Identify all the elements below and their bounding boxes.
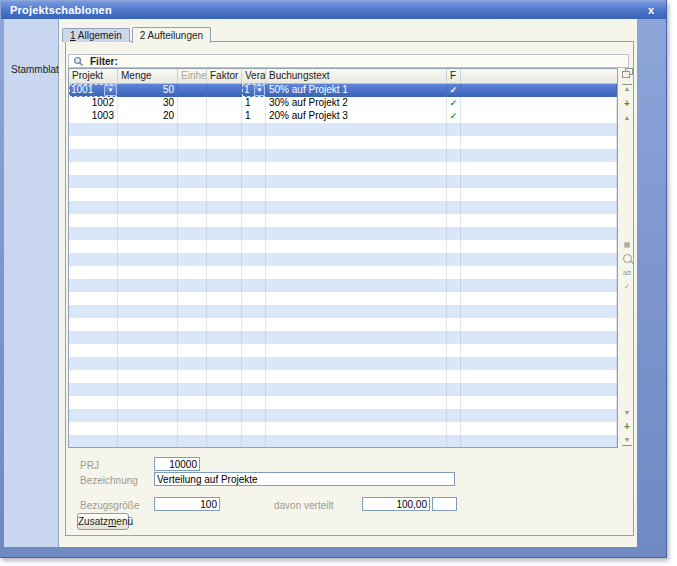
grid-empty-row[interactable] (69, 331, 617, 344)
column-header-faktor[interactable]: Faktor (207, 69, 242, 83)
grid-cell-vera-editor[interactable]: 1 ▼ (242, 84, 266, 97)
grid-empty-cell (266, 383, 447, 396)
close-icon[interactable]: x (645, 4, 657, 16)
grid-empty-row[interactable] (69, 370, 617, 383)
column-header-menge[interactable]: Menge (118, 69, 178, 83)
grid-empty-row[interactable] (69, 266, 617, 279)
grid-empty-row[interactable] (69, 292, 617, 305)
grid-empty-row[interactable] (69, 396, 617, 409)
grid-empty-row[interactable] (69, 136, 617, 149)
bezugsgroesse-field[interactable] (154, 497, 220, 511)
grid-cell-vera[interactable]: 1 (242, 97, 266, 110)
grid-empty-row[interactable] (69, 123, 617, 136)
grid-cell-buchungstext[interactable]: 20% auf Projekt 3 (266, 110, 447, 123)
grid-empty-cell (242, 253, 266, 266)
vera-dropdown-icon[interactable]: ▼ (254, 85, 265, 96)
scroll-first-icon[interactable]: ▲ (622, 84, 632, 94)
grid-cell-checkmark-icon[interactable]: ✓ (447, 110, 461, 123)
grid-empty-cell (242, 305, 266, 318)
grid-cell-einheit[interactable] (178, 97, 207, 110)
grid-cell-projekt[interactable]: 1002 (69, 97, 118, 110)
grid-cell-buchungstext[interactable]: 50% auf Projekt 1 (266, 84, 447, 97)
grid-empty-row[interactable] (69, 357, 617, 370)
grid-cell-buchungstext[interactable]: 30% auf Projekt 2 (266, 97, 447, 110)
tab-aufteilungen[interactable]: 2 Aufteilungen (132, 27, 211, 43)
grid-cell-menge[interactable]: 20 (118, 110, 178, 123)
grid-empty-row[interactable] (69, 227, 617, 240)
sidebar-item-stammblatt[interactable]: Stammblatt (4, 63, 58, 76)
grid-cell-vera[interactable]: 1 (242, 110, 266, 123)
grid-empty-cell (118, 253, 178, 266)
grid-row[interactable]: 1003 20 1 20% auf Projekt 3 ✓ (69, 110, 617, 123)
grid-empty-row[interactable] (69, 279, 617, 292)
edit-text-icon[interactable]: ab (622, 268, 632, 277)
scroll-last-icon[interactable]: ▼ (622, 436, 632, 446)
grid-cell-projekt-editor[interactable]: 1001 ▼ (69, 84, 118, 97)
grid-layout-icon[interactable] (622, 68, 633, 78)
grid-empty-row[interactable] (69, 422, 617, 435)
grid-empty-row[interactable] (69, 240, 617, 253)
grid-cell-faktor[interactable] (207, 110, 242, 123)
bezeichnung-field[interactable] (154, 472, 455, 486)
grid-empty-cell (207, 370, 242, 383)
grid-empty-row[interactable] (69, 305, 617, 318)
client-area: 1 Allgemein 2 Aufteilungen Filter: Proje… (59, 19, 637, 547)
grid-cell-faktor[interactable] (207, 97, 242, 110)
scroll-up-icon[interactable]: ▲ (622, 113, 632, 122)
projektschablonen-window: Projektschablonen x Stammblatt 1 Allgeme… (0, 0, 667, 558)
filter-bar[interactable]: Filter: (68, 54, 629, 68)
grid-empty-row[interactable] (69, 214, 617, 227)
scroll-down-icon[interactable]: ▼ (622, 408, 632, 417)
grid-empty-cell (447, 240, 461, 253)
grid-empty-row[interactable] (69, 253, 617, 266)
insert-row-icon[interactable]: + (622, 99, 632, 108)
grid-empty-row[interactable] (69, 162, 617, 175)
column-header-buchungstext[interactable]: Buchungstext (266, 69, 447, 83)
grid-empty-row[interactable] (69, 409, 617, 422)
column-header-vera[interactable]: Vera (242, 69, 266, 83)
zusatzmenu-button[interactable]: Zusatzmenü (77, 513, 129, 530)
grid-cell-menge[interactable]: 30 (118, 97, 178, 110)
column-header-einheit[interactable]: Einheit (178, 69, 207, 83)
search-rows-icon[interactable] (623, 254, 632, 263)
grid-empty-row[interactable] (69, 175, 617, 188)
append-row-icon[interactable]: + (622, 422, 632, 431)
choose-columns-icon[interactable]: ▦ (622, 240, 632, 249)
grid-row-selected[interactable]: 1001 ▼ 50 1 ▼ 50% auf Projekt 1 ✓ (69, 84, 617, 97)
grid-cell-einheit[interactable] (178, 84, 207, 97)
grid-cell-projekt[interactable]: 1003 (69, 110, 118, 123)
grid-empty-cell (69, 175, 118, 188)
grid-empty-cell (69, 396, 118, 409)
grid-empty-cell (447, 331, 461, 344)
grid-cell-checkmark-icon[interactable]: ✓ (447, 97, 461, 110)
grid-empty-cell (118, 136, 178, 149)
grid-empty-cell (266, 188, 447, 201)
grid-empty-row[interactable] (69, 435, 617, 448)
grid-empty-row[interactable] (69, 318, 617, 331)
grid-empty-row[interactable] (69, 383, 617, 396)
grid-empty-cell (207, 214, 242, 227)
davon-verteilt-field[interactable] (362, 497, 430, 511)
grid-cell-einheit[interactable] (178, 110, 207, 123)
davon-verteilt-extra-field[interactable] (432, 497, 457, 511)
column-header-projekt[interactable]: Projekt (69, 69, 118, 83)
projekt-dropdown-icon[interactable]: ▼ (104, 85, 117, 96)
grid-empty-row[interactable] (69, 188, 617, 201)
column-header-f[interactable]: F (447, 69, 461, 83)
tab-allgemein[interactable]: 1 Allgemein (62, 28, 130, 42)
grid-empty-row[interactable] (69, 201, 617, 214)
grid-empty-cell (461, 266, 617, 279)
grid-cell-menge[interactable]: 50 (118, 84, 178, 97)
grid-row[interactable]: 1002 30 1 30% auf Projekt 2 ✓ (69, 97, 617, 110)
grid-cell-faktor[interactable] (207, 84, 242, 97)
window-titlebar[interactable]: Projektschablonen x (1, 1, 666, 19)
grid-empty-cell (461, 214, 617, 227)
grid-empty-row[interactable] (69, 149, 617, 162)
grid-cell-checkmark-icon[interactable]: ✓ (447, 84, 461, 97)
prj-field[interactable] (154, 457, 200, 471)
rail-group: ▦ab✓ (622, 240, 632, 291)
vera-value: 1 (244, 84, 250, 95)
grid-empty-row[interactable] (69, 344, 617, 357)
filter-rows-icon[interactable]: ✓ (622, 282, 632, 291)
grid-empty-cell (447, 396, 461, 409)
